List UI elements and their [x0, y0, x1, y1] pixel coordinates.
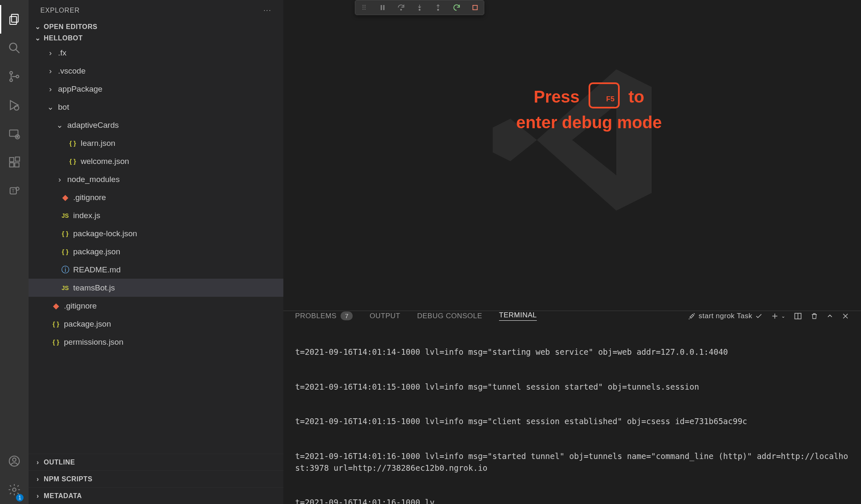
js-icon: JS — [61, 285, 70, 291]
label: teamsBot.js — [73, 283, 115, 293]
chevron-right-icon: › — [34, 459, 42, 466]
label: TERMINAL — [499, 311, 537, 319]
folder-vscode[interactable]: ›.vscode — [29, 62, 283, 80]
chevron-right-icon: › — [46, 84, 55, 94]
svg-rect-8 — [10, 130, 18, 136]
problems-count: 7 — [341, 311, 353, 320]
split-terminal-icon[interactable] — [794, 312, 802, 320]
svg-point-24 — [401, 9, 402, 11]
label: README.md — [73, 265, 121, 274]
git-icon: ◆ — [61, 193, 70, 202]
file-learn-json[interactable]: { }learn.json — [29, 134, 283, 152]
debug-hint: Press F5 to enter debug mode — [516, 85, 662, 134]
label: OUTLINE — [44, 459, 75, 466]
extensions-icon[interactable] — [0, 148, 29, 177]
svg-point-6 — [16, 75, 18, 78]
label: OUTPUT — [370, 312, 400, 320]
teams-toolkit-icon[interactable]: T — [0, 177, 29, 205]
chevron-right-icon: › — [55, 175, 64, 184]
file-readme[interactable]: ⓘREADME.md — [29, 261, 283, 279]
drag-grip-icon[interactable]: ⠿ — [359, 3, 369, 12]
svg-line-3 — [16, 50, 19, 53]
svg-rect-12 — [10, 158, 14, 162]
folder-adaptivecards[interactable]: ⌄adaptiveCards — [29, 116, 283, 134]
file-permissions[interactable]: { }permissions.json — [29, 333, 283, 351]
npm-scripts-header[interactable]: ›NPM SCRIPTS — [29, 470, 283, 487]
svg-point-26 — [438, 9, 439, 11]
svg-point-21 — [13, 488, 16, 491]
project-header[interactable]: ⌄ HELLOBOT — [29, 32, 283, 44]
svg-rect-22 — [381, 5, 382, 10]
tab-output[interactable]: OUTPUT — [370, 312, 400, 320]
svg-point-5 — [10, 79, 12, 82]
trash-icon[interactable] — [811, 312, 818, 320]
sidebar-header: EXPLORER ··· — [29, 0, 283, 21]
label: NPM SCRIPTS — [44, 475, 92, 483]
file-teamsbot-js[interactable]: JSteamsBot.js — [29, 279, 283, 297]
chevron-down-icon: ⌄ — [46, 102, 55, 112]
stop-icon[interactable] — [470, 3, 480, 12]
js-icon: JS — [61, 212, 70, 219]
file-index-js[interactable]: JSindex.js — [29, 206, 283, 224]
terminal-line: t=2021-09-16T14:01:16-1000 lv — [295, 497, 849, 504]
outline-header[interactable]: ›OUTLINE — [29, 454, 283, 470]
tab-debug-console[interactable]: DEBUG CONSOLE — [417, 312, 482, 320]
settings-badge: 1 — [16, 494, 24, 501]
file-gitignore-bot[interactable]: ◆.gitignore — [29, 188, 283, 206]
file-welcome-json[interactable]: { }welcome.json — [29, 152, 283, 170]
label: node_modules — [67, 175, 120, 184]
label: start ngrok Task — [699, 312, 753, 320]
new-terminal-icon[interactable]: ⌄ — [771, 312, 786, 320]
restart-icon[interactable] — [452, 3, 461, 12]
pause-icon — [378, 3, 387, 12]
explorer-icon[interactable] — [0, 5, 29, 34]
folder-apppackage[interactable]: ›appPackage — [29, 80, 283, 98]
folder-bot[interactable]: ⌄bot — [29, 98, 283, 116]
task-label[interactable]: start ngrok Task — [688, 312, 763, 320]
chevron-right-icon: › — [34, 475, 42, 483]
open-editors-header[interactable]: ⌄ OPEN EDITORS — [29, 21, 283, 32]
panel-tabs: PROBLEMS 7 OUTPUT DEBUG CONSOLE TERMINAL… — [283, 311, 861, 321]
search-icon[interactable] — [0, 34, 29, 62]
settings-icon[interactable]: 1 — [0, 475, 29, 504]
metadata-header[interactable]: ›METADATA — [29, 487, 283, 504]
tab-problems[interactable]: PROBLEMS 7 — [295, 311, 353, 320]
hint-text: Press — [534, 87, 579, 106]
file-package-root[interactable]: { }package.json — [29, 315, 283, 333]
info-icon: ⓘ — [61, 264, 70, 275]
file-tree: ›.fx ›.vscode ›appPackage ⌄bot ⌄adaptive… — [29, 44, 283, 454]
file-package-bot[interactable]: { }package.json — [29, 243, 283, 261]
accounts-icon[interactable] — [0, 447, 29, 475]
label: .gitignore — [73, 193, 106, 202]
bottom-sections: ›OUTLINE ›NPM SCRIPTS ›METADATA — [29, 454, 283, 504]
step-over-icon — [396, 3, 406, 12]
label: .vscode — [58, 66, 85, 76]
terminal-line: t=2021-09-16T14:01:15-1000 lvl=info msg=… — [295, 381, 849, 393]
run-debug-icon[interactable] — [0, 91, 29, 119]
label: bot — [58, 103, 69, 112]
tab-terminal[interactable]: TERMINAL — [499, 311, 537, 321]
debug-toolbar[interactable]: ⠿ — [355, 0, 484, 15]
svg-point-25 — [419, 9, 420, 11]
more-icon[interactable]: ··· — [264, 7, 272, 14]
svg-rect-1 — [10, 16, 16, 24]
remote-explorer-icon[interactable] — [0, 119, 29, 148]
close-panel-icon[interactable] — [842, 312, 849, 320]
folder-fx[interactable]: ›.fx — [29, 44, 283, 62]
editor-body: Press F5 to enter debug mode — [283, 0, 861, 311]
folder-node-modules[interactable]: ›node_modules — [29, 170, 283, 188]
project-label: HELLOBOT — [44, 34, 83, 42]
explorer-sidebar: EXPLORER ··· ⌄ OPEN EDITORS ⌄ HELLOBOT ›… — [29, 0, 283, 504]
svg-text:T: T — [12, 188, 15, 193]
label: package.json — [64, 319, 111, 329]
svg-rect-13 — [10, 163, 14, 167]
label: adaptiveCards — [67, 121, 119, 130]
file-gitignore-root[interactable]: ◆.gitignore — [29, 297, 283, 315]
json-icon: { } — [61, 230, 70, 237]
maximize-panel-icon[interactable] — [827, 313, 833, 319]
terminal-output[interactable]: t=2021-09-16T14:01:14-1000 lvl=info msg=… — [283, 321, 861, 504]
file-package-lock[interactable]: { }package-lock.json — [29, 224, 283, 243]
hint-text: to — [629, 87, 644, 106]
source-control-icon[interactable] — [0, 62, 29, 91]
f5-key-icon: F5 — [589, 82, 620, 108]
